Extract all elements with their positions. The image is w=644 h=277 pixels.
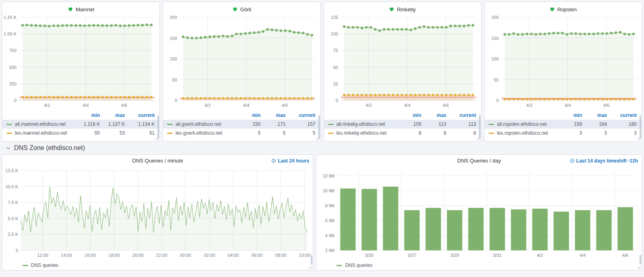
ropsten-chart[interactable]: 0501001502004/24/44/6 (485, 14, 642, 110)
series-color-dash (336, 265, 342, 266)
panel-scrollbar[interactable] (157, 115, 159, 139)
svg-text:2.5 K: 2.5 K (8, 232, 18, 237)
svg-text:4/6: 4/6 (282, 103, 288, 108)
resize-corner-icon[interactable] (637, 265, 641, 269)
svg-text:150: 150 (170, 36, 177, 41)
panel-title-mainnet[interactable]: Mainnet (2, 2, 159, 14)
panel-title-ropsten[interactable]: Ropsten (485, 2, 642, 14)
series-color-dash (489, 133, 494, 134)
legend-header-max[interactable]: max (582, 112, 607, 118)
series-name: all.rinkeby.ethdisco.net (336, 121, 385, 127)
section-dns-zone[interactable]: DNS Zone (ethdisco.net) (2, 142, 642, 154)
panel-scrollbar[interactable] (640, 255, 641, 265)
svg-text:4/6: 4/6 (603, 103, 609, 108)
legend-header-current[interactable]: current (446, 112, 476, 118)
svg-text:4/4: 4/4 (83, 103, 89, 108)
time-range-link[interactable]: Last 14 days timeshift -12h (570, 158, 638, 164)
panel-scrollbar[interactable] (318, 115, 320, 139)
legend-max-value: 1.137 K (100, 121, 125, 127)
panel-title-dns-minute[interactable]: DNS Queries / minute (2, 158, 313, 164)
dns-minute-chart[interactable]: 02.5 K5.0 K7.5 K10.0 K12.5 K12:0014:0016… (2, 167, 313, 260)
chevron-down-icon (6, 146, 11, 151)
svg-text:50: 50 (172, 77, 177, 82)
series-toggle[interactable]: all.rinkeby.ethdisco.net (328, 121, 395, 127)
health-heart-icon (389, 6, 394, 12)
legend-header-row: min max current (163, 111, 320, 120)
dns-day-chart[interactable]: 2 Mil4 Mil6 Mil8 Mil10 Mil12 Mil3/253/27… (316, 167, 642, 260)
legend-header-row: min max current (2, 111, 159, 120)
svg-text:3/27: 3/27 (408, 253, 416, 258)
panel-title-rinkeby[interactable]: Rinkeby (324, 2, 481, 14)
panel-goerli: Görli 0501001502004/24/44/6 min max curr… (163, 2, 320, 142)
svg-text:100: 100 (170, 56, 177, 61)
series-toggle[interactable]: les.ropsten.ethdisco.net (489, 130, 555, 136)
legend-header-min[interactable]: min (73, 112, 100, 118)
series-color-dash (167, 124, 173, 125)
legend-header-row: min max current (485, 111, 642, 120)
series-color-dash (328, 124, 334, 125)
time-range-link[interactable]: Last 24 hours (271, 158, 309, 164)
series-color-dash (489, 124, 494, 125)
svg-text:16:00: 16:00 (85, 253, 96, 258)
dns-minute-legend: DNS queries (2, 260, 313, 271)
legend-current-value: 51 (125, 130, 155, 136)
legend-header-current[interactable]: current (607, 112, 637, 118)
legend-header-max[interactable]: max (421, 112, 446, 118)
panel-title-goerli[interactable]: Görli (163, 2, 320, 14)
panel-dns-minute: DNS Queries / minute Last 24 hours 02.5 … (2, 154, 313, 271)
svg-text:100: 100 (330, 31, 338, 36)
legend-header-current[interactable]: current (286, 112, 316, 118)
svg-text:12:00: 12:00 (37, 253, 48, 258)
legend-header-current[interactable]: current (125, 112, 155, 118)
svg-text:02:00: 02:00 (204, 253, 215, 258)
series-toggle[interactable]: all.mainnet.ethdisco.net (6, 121, 73, 127)
series-toggle[interactable]: all.goerli.ethdisco.net (167, 121, 234, 127)
svg-text:3/31: 3/31 (493, 253, 502, 258)
network-panels-row: Mainnet 02505007501.00 K1.25 K4/24/44/6 … (2, 2, 642, 142)
rinkeby-legend-table: min max current all.rinkeby.ethdisco.net… (324, 110, 481, 139)
series-toggle[interactable]: all.ropsten.ethdisco.net (489, 121, 555, 127)
legend-header-max[interactable]: max (100, 112, 125, 118)
dns-panels-row: DNS Queries / minute Last 24 hours 02.5 … (2, 154, 642, 271)
legend-header-max[interactable]: max (261, 112, 286, 118)
series-toggle[interactable]: les.mainnet.ethdisco.net (6, 130, 73, 136)
panel-title-text: Ropsten (557, 6, 577, 12)
svg-text:150: 150 (491, 36, 498, 41)
svg-text:5.0 K: 5.0 K (8, 216, 18, 221)
legend-header-min[interactable]: min (395, 112, 421, 118)
legend-header-min[interactable]: min (555, 112, 582, 118)
mainnet-chart[interactable]: 02505007501.00 K1.25 K4/24/44/6 (2, 14, 159, 110)
svg-text:50: 50 (494, 77, 499, 82)
legend-row: les.rinkeby.ethdisco.net 8 8 8 (324, 129, 481, 137)
legend-max-value: 164 (582, 121, 607, 127)
panel-scrollbar[interactable] (640, 115, 641, 139)
series-toggle[interactable]: les.rinkeby.ethdisco.net (328, 130, 395, 136)
legend-current-value: 3 (607, 130, 637, 136)
health-heart-icon (68, 6, 73, 12)
resize-corner-icon[interactable] (155, 136, 159, 140)
svg-text:04:00: 04:00 (228, 253, 239, 258)
legend-min-value: 3 (555, 130, 582, 136)
series-color-dash (328, 133, 334, 134)
resize-corner-icon[interactable] (637, 136, 641, 140)
series-name[interactable]: DNS queries (345, 262, 372, 268)
svg-text:6 Mil: 6 Mil (325, 218, 334, 223)
svg-text:4/2: 4/2 (204, 103, 211, 108)
resize-corner-icon[interactable] (316, 136, 320, 140)
series-toggle[interactable]: les.goerli.ethdisco.net (167, 130, 234, 136)
panel-title-text: Mainnet (76, 6, 94, 12)
panel-scrollbar[interactable] (479, 115, 481, 139)
resize-corner-icon[interactable] (308, 265, 312, 269)
goerli-chart[interactable]: 0501001502004/24/44/6 (163, 14, 320, 110)
resize-corner-icon[interactable] (476, 136, 480, 140)
svg-text:100: 100 (491, 56, 498, 61)
panel-scrollbar[interactable] (311, 255, 312, 265)
legend-header-min[interactable]: min (234, 112, 261, 118)
legend-min-value: 150 (234, 121, 261, 127)
svg-text:75: 75 (333, 48, 338, 53)
series-name[interactable]: DNS queries (31, 262, 58, 268)
legend-max-value: 171 (261, 121, 286, 127)
rinkeby-chart[interactable]: 02550751001254/24/44/6 (324, 14, 481, 110)
legend-row: les.mainnet.ethdisco.net 50 53 51 (2, 129, 159, 137)
legend-min-value: 1.118 K (73, 121, 100, 127)
